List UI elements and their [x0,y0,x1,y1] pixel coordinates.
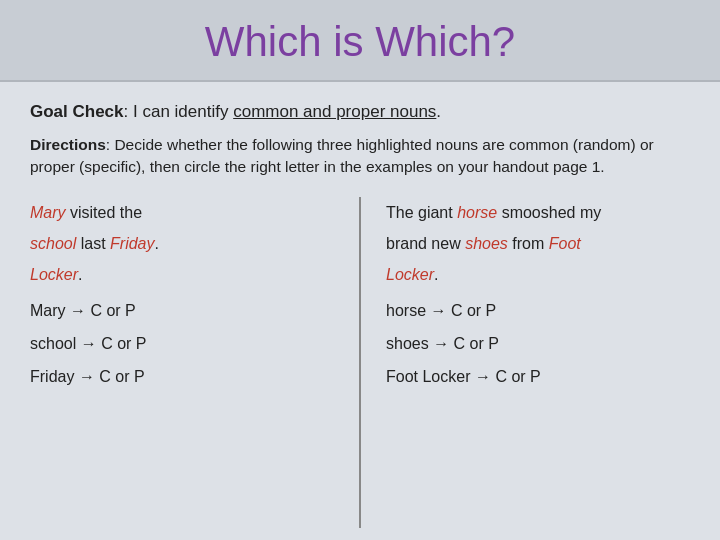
left-answers: Mary → C or P school → C or P Friday → C… [30,296,338,392]
right-proper-locker: Locker [386,266,434,283]
title-bar: Which is Which? [0,0,720,82]
slide: Which is Which? Goal Check: I can identi… [0,0,720,540]
left-sentence-2: school last Friday. [30,228,338,255]
goal-label: Goal Check [30,102,124,121]
right-text-1: The giant [386,204,457,221]
left-text-2: last [76,235,110,252]
left-column: Mary visited the school last Friday. Loc… [30,197,356,528]
left-text-1: visited the [66,204,142,221]
right-sentence-2: brand new shoes from Foot [386,228,690,255]
examples-grid: Mary visited the school last Friday. Loc… [30,197,690,528]
column-divider [359,197,361,528]
goal-check: Goal Check: I can identify common and pr… [30,100,690,124]
right-text-2: smooshed my [497,204,601,221]
left-sentence-3: Locker. [30,259,338,286]
goal-end: . [436,102,441,121]
left-common-school: school [30,235,76,252]
right-answers: horse → C or P shoes → C or P Foot Locke… [386,296,690,392]
right-answer-shoes: shoes → C or P [386,329,690,360]
left-text-3: . [155,235,159,252]
right-text-3: brand new [386,235,465,252]
left-proper-mary: Mary [30,204,66,221]
left-answer-school: school → C or P [30,329,338,360]
left-proper-friday: Friday [110,235,154,252]
right-text-5: . [434,266,438,283]
directions-label: Directions [30,136,106,153]
left-text-4: . [78,266,82,283]
right-answer-horse: horse → C or P [386,296,690,327]
left-sentence-1: Mary visited the [30,197,338,224]
goal-underlined: common and proper nouns [233,102,436,121]
right-common-shoes: shoes [465,235,508,252]
directions: Directions: Decide whether the following… [30,134,690,179]
left-answer-friday: Friday → C or P [30,362,338,393]
right-common-horse: horse [457,204,497,221]
goal-text: : I can identify [124,102,234,121]
right-text-4: from [508,235,549,252]
right-proper-foot: Foot [549,235,581,252]
right-answer-footlocker: Foot Locker → C or P [386,362,690,393]
content-area: Goal Check: I can identify common and pr… [0,82,720,540]
left-proper-locker: Locker [30,266,78,283]
right-sentence-3: Locker. [386,259,690,286]
slide-title: Which is Which? [40,18,680,66]
right-sentence-1: The giant horse smooshed my [386,197,690,224]
right-column: The giant horse smooshed my brand new sh… [364,197,690,528]
directions-text: : Decide whether the following three hig… [30,136,654,175]
left-answer-mary: Mary → C or P [30,296,338,327]
